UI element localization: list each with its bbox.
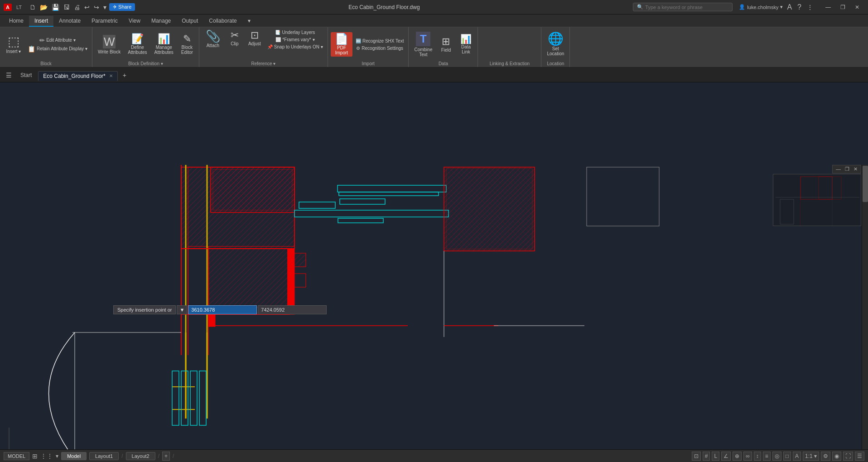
otrack-toggle[interactable]: ∞ xyxy=(743,452,752,461)
minimize-button[interactable]: — xyxy=(821,3,835,12)
set-location-icon: 🌐 xyxy=(548,33,564,45)
add-tab-button[interactable]: + xyxy=(121,70,129,80)
print-icon[interactable]: 🖨 xyxy=(72,3,82,12)
selection-toggle[interactable]: □ xyxy=(783,452,791,461)
eco-cabin-tab-close[interactable]: ✕ xyxy=(109,73,113,78)
field-button[interactable]: ⊞ Field xyxy=(437,35,455,54)
overflow-icon[interactable]: ⋮ xyxy=(805,3,815,12)
annotation-toggle[interactable]: A xyxy=(793,452,801,461)
workspace-settings[interactable]: ⚙ xyxy=(821,452,830,461)
dropdown-icon[interactable]: ▾ xyxy=(102,3,108,12)
grid-toggle[interactable]: # xyxy=(703,452,710,461)
snap-dropdown-icon[interactable]: ▾ xyxy=(321,44,323,49)
tab-insert[interactable]: Insert xyxy=(29,16,53,27)
fullscreen-toggle[interactable]: ⛶ xyxy=(843,452,853,461)
attach-button[interactable]: 📎 Attach xyxy=(202,29,224,49)
coord-dropdown-icon[interactable]: ▼ xyxy=(177,305,187,314)
osnap-toggle[interactable]: ⊕ xyxy=(733,452,742,461)
model-indicator[interactable]: MODEL xyxy=(4,452,29,460)
edit-attribute-button[interactable]: ✏ Edit Attribute ▾ xyxy=(26,36,89,44)
restore-button[interactable]: ❐ xyxy=(835,3,850,12)
tab-home[interactable]: Home xyxy=(4,16,29,27)
recognition-settings-button[interactable]: ⚙ Recognition Settings xyxy=(354,45,406,52)
save-icon[interactable]: 💾 xyxy=(50,3,61,12)
manage-attributes-button[interactable]: 📊 ManageAttributes xyxy=(152,33,176,56)
save-as-icon[interactable]: 🖫 xyxy=(62,3,71,12)
ortho-toggle[interactable]: L xyxy=(712,452,719,461)
viewport-dropdown-icon[interactable]: ▾ xyxy=(56,453,58,459)
adjust-button[interactable]: ⊡ Adjust xyxy=(246,29,264,48)
retain-attr-dropdown-icon[interactable]: ▾ xyxy=(85,46,87,51)
layout-divider2: / xyxy=(158,453,159,459)
search-input[interactable] xyxy=(645,5,718,10)
data-link-button[interactable]: 📊 DataLink xyxy=(457,33,475,56)
search-box[interactable]: 🔍 xyxy=(633,3,733,11)
ribbon-group-location: 🌐 SetLocation Location xyxy=(541,27,570,67)
block-editor-icon: ✎ xyxy=(183,34,191,44)
add-layout-button[interactable]: + xyxy=(162,452,170,461)
tab-parametric[interactable]: Parametric xyxy=(86,16,123,27)
layout2-tab[interactable]: Layout2 xyxy=(126,452,155,460)
combine-text-button[interactable]: T CombineText xyxy=(411,30,435,58)
write-block-button[interactable]: W Write Block xyxy=(95,34,123,56)
lineweight-toggle[interactable]: ≡ xyxy=(763,452,771,461)
ducs-toggle[interactable]: ↕ xyxy=(754,452,761,461)
new-icon[interactable]: 🗋 xyxy=(28,3,37,12)
layout1-tab[interactable]: Layout1 xyxy=(89,452,119,460)
tab-view[interactable]: View xyxy=(123,16,146,27)
block-editor-button[interactable]: ✎ BlockEditor xyxy=(178,33,196,56)
redo-icon[interactable]: ↪ xyxy=(92,3,101,12)
help-icon[interactable]: ? xyxy=(796,2,803,12)
canvas-area[interactable]: X Y Specify insertion point or ▼ — ❐ ✕ s… xyxy=(0,165,868,462)
tab-annotate[interactable]: Annotate xyxy=(53,16,86,27)
recognize-shx-button[interactable]: 🔤 Recognize SHX Text xyxy=(354,38,406,44)
attach-icon: 📎 xyxy=(206,30,220,42)
tab-manage[interactable]: Manage xyxy=(146,16,176,27)
edit-attr-dropdown-icon[interactable]: ▾ xyxy=(73,38,76,43)
menu-button[interactable]: ☰ xyxy=(4,70,14,80)
isolate-objects[interactable]: ◉ xyxy=(832,452,841,461)
insert-button[interactable]: ⬚ Insert ▾ xyxy=(3,34,24,55)
underlay-layers-button[interactable]: 📑 Underlay Layers xyxy=(265,29,325,36)
tab-collaborate[interactable]: Collaborate xyxy=(203,16,242,27)
scrollbar-thumb[interactable] xyxy=(863,166,868,202)
tab-output[interactable]: Output xyxy=(176,16,203,27)
layout-list-icon[interactable]: ⋮⋮ xyxy=(40,452,53,460)
settings-icon[interactable]: A xyxy=(786,2,793,12)
share-btn[interactable]: ✈ Share xyxy=(109,3,135,11)
vertical-scrollbar[interactable] xyxy=(862,165,868,462)
linking-group-label: Linking & Extraction xyxy=(478,61,541,66)
minimap-minimize[interactable]: — xyxy=(834,166,842,173)
annotation-scale[interactable]: 1:1 ▾ xyxy=(803,452,819,461)
retain-attribute-button[interactable]: 📋 Retain Attribute Display ▾ xyxy=(26,45,89,53)
user-info[interactable]: 👤 luke.cholmsky ▾ xyxy=(739,4,783,10)
svg-rect-33 xyxy=(208,314,215,327)
set-location-button[interactable]: 🌐 SetLocation xyxy=(544,31,567,58)
coord-x-input[interactable] xyxy=(188,305,257,314)
close-button[interactable]: ✕ xyxy=(850,3,864,12)
snap-underlays-button[interactable]: 📌 Snap to Underlays ON ▾ xyxy=(265,43,325,50)
tab-more[interactable]: ▾ xyxy=(242,16,256,27)
transparency-toggle[interactable]: ◎ xyxy=(772,452,781,461)
user-dropdown-icon[interactable]: ▾ xyxy=(780,4,783,10)
open-icon[interactable]: 📂 xyxy=(39,3,49,12)
eco-cabin-tab[interactable]: Eco Cabin_Ground Floor* ✕ xyxy=(38,71,117,81)
frames-vary-button[interactable]: ⬜ *Frames vary* ▾ xyxy=(265,36,325,43)
block-definition-group-label: Block Definition ▾ xyxy=(92,61,199,66)
polar-toggle[interactable]: ∠ xyxy=(721,452,731,461)
snap-toggle[interactable]: ⊡ xyxy=(692,452,701,461)
start-tab[interactable]: Start xyxy=(17,71,35,80)
customize-status[interactable]: ☰ xyxy=(855,452,864,461)
layout-grid-icon[interactable]: ⊞ xyxy=(32,452,38,460)
undo-icon[interactable]: ↩ xyxy=(83,3,91,12)
frames-dropdown-icon[interactable]: ▾ xyxy=(313,37,315,42)
pdf-import-button[interactable]: 📄 PDFImport xyxy=(331,32,352,57)
minimap-restore[interactable]: ❐ xyxy=(844,166,851,173)
minimap-controls: — ❐ ✕ xyxy=(832,165,861,173)
coord-y-input[interactable] xyxy=(258,305,327,314)
insert-label: Insert ▾ xyxy=(6,49,21,54)
clip-button[interactable]: ✂ Clip xyxy=(226,29,244,48)
minimap-close[interactable]: ✕ xyxy=(852,166,859,173)
define-attributes-button[interactable]: 📝 DefineAttributes xyxy=(125,33,149,56)
model-tab[interactable]: Model xyxy=(61,452,87,460)
